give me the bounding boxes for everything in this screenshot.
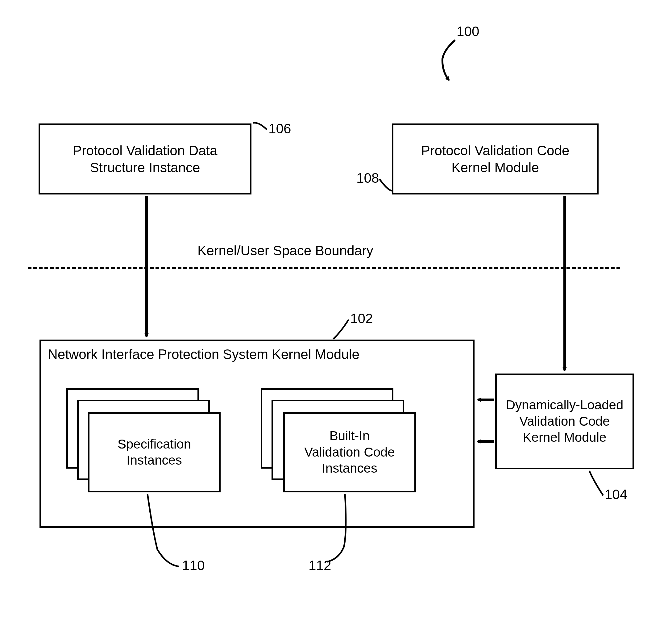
dyn-module-text: Dynamically-Loaded Validation Code Kerne… (506, 397, 624, 446)
ref-dyn-module: 104 (605, 488, 627, 501)
leader-curve-100 (443, 40, 455, 80)
leader-curve-102 (333, 320, 349, 339)
leader-curve-106 (253, 123, 267, 130)
box-protocol-validation-code-kernel-module: Protocol Validation Code Kernel Module (392, 124, 598, 194)
ref-spec-instances: 110 (182, 559, 205, 572)
ref-builtin-instances: 112 (308, 559, 331, 572)
diagram-canvas: 100 Protocol Validation Data Structure I… (0, 0, 672, 639)
box-builtin-validation-code-instances: Built-In Validation Code Instances (283, 412, 416, 493)
boundary-label: Kernel/User Space Boundary (197, 244, 373, 258)
spec-instances-text: Specification Instances (117, 436, 191, 469)
builtin-instances-text: Built-In Validation Code Instances (304, 428, 395, 477)
box-nips-title: Network Interface Protection System Kern… (48, 346, 467, 363)
ref-pv-data-struct: 106 (269, 122, 291, 136)
boundary-line (28, 267, 620, 269)
box-pv-data-struct-text: Protocol Validation Data Structure Insta… (73, 142, 218, 176)
box-dynamically-loaded-validation-code-kernel-module: Dynamically-Loaded Validation Code Kerne… (495, 374, 634, 469)
leader-curve-104 (589, 471, 603, 496)
leader-curve-108 (380, 179, 392, 191)
box-pv-code-module-text: Protocol Validation Code Kernel Module (421, 142, 569, 176)
connectors-overlay (0, 0, 672, 639)
box-protocol-validation-data-structure: Protocol Validation Data Structure Insta… (38, 124, 252, 194)
ref-pv-code-module: 108 (356, 171, 379, 185)
ref-nips: 102 (350, 312, 373, 325)
box-specification-instances: Specification Instances (88, 412, 221, 493)
ref-overall: 100 (457, 25, 479, 38)
